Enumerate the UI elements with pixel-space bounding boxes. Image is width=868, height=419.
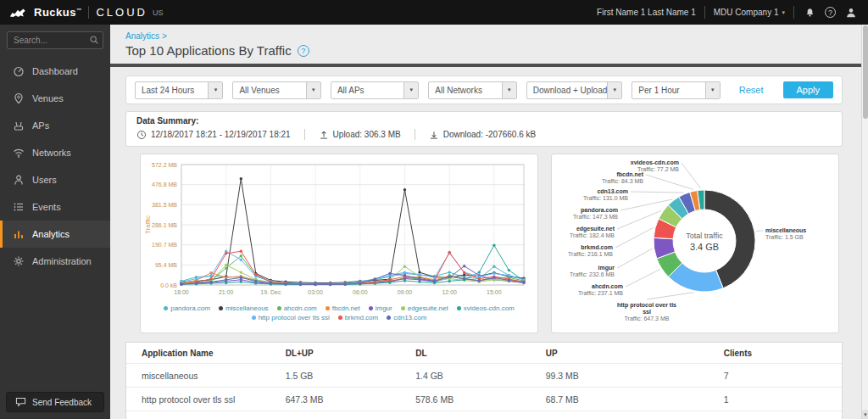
svg-text:15:00: 15:00 — [487, 289, 502, 295]
filter-granularity-value: Per 1 Hour — [632, 86, 679, 95]
chevron-down-icon: ▾ — [705, 82, 720, 98]
svg-text:xvideos-cdn.com: xvideos-cdn.com — [631, 159, 679, 165]
svg-text:286.1 MB: 286.1 MB — [152, 222, 177, 228]
svg-text:381.5 MB: 381.5 MB — [152, 202, 177, 208]
summary-download: Download: -207660.6 kB — [429, 130, 537, 140]
clock-icon — [136, 130, 147, 140]
sidebar-item-dashboard[interactable]: Dashboard — [0, 58, 110, 85]
svg-text:Traffic: Traffic — [144, 215, 152, 234]
breadcrumb-analytics-link[interactable]: Analytics — [125, 31, 159, 41]
filter-venues-value: All Venues — [233, 86, 279, 95]
cell-clients: 7 — [724, 371, 826, 381]
svg-text:21:00: 21:00 — [219, 289, 234, 295]
legend-dot — [277, 306, 281, 310]
applications-table: Application Name DL+UP DL UP Clients mis… — [125, 342, 843, 419]
sidebar-item-label: Networks — [32, 148, 71, 158]
legend-item: pandora.com — [164, 304, 210, 312]
reset-button[interactable]: Reset — [739, 85, 764, 95]
traffic-donut-chart-panel: miscellaneousTraffic: 1.5 GBhttp protoco… — [551, 154, 839, 333]
sidebar-item-label: Events — [32, 202, 61, 212]
sidebar-item-users[interactable]: Users — [0, 166, 110, 193]
filter-granularity-select[interactable]: Per 1 Hour▾ — [632, 81, 720, 99]
sidebar-item-administration[interactable]: Administration — [0, 248, 110, 275]
filter-direction-value: Download + Upload — [527, 86, 608, 95]
send-feedback-label: Send Feedback — [32, 398, 92, 407]
sidebar-item-analytics[interactable]: Analytics — [0, 221, 110, 248]
filter-time-range-select[interactable]: Last 24 Hours▾ — [135, 81, 223, 99]
search-icon — [89, 35, 99, 47]
company-menu[interactable]: MDU Company 1▾ — [714, 8, 785, 17]
traffic-donut-chart: miscellaneousTraffic: 1.5 GBhttp protoco… — [552, 154, 838, 332]
sidebar-item-networks[interactable]: Networks — [0, 139, 110, 166]
filter-networks-value: All Networks — [429, 86, 482, 95]
column-header-application-name: Application Name — [142, 349, 286, 358]
user-name-menu[interactable]: First Name 1 Last Name 1 — [597, 8, 696, 17]
sidebar-item-aps[interactable]: APs — [0, 112, 110, 139]
topbar-separator — [793, 6, 794, 19]
svg-text:476.8 MB: 476.8 MB — [152, 182, 177, 187]
legend-dot — [252, 316, 256, 320]
vertical-scrollbar[interactable]: ▼ — [861, 25, 868, 419]
data-summary-heading: Data Summary: — [136, 116, 832, 126]
speech-bubble-icon — [15, 397, 26, 407]
svg-text:imgur: imgur — [598, 265, 615, 271]
legend-item: imgur — [369, 304, 392, 312]
column-header-dl-up: DL+UP — [286, 349, 416, 358]
line-chart-legend: pandora.commiscellaneousahcdn.comfbcdn.n… — [153, 304, 526, 321]
sidebar-item-label: Administration — [32, 256, 92, 266]
svg-text:3.4 GB: 3.4 GB — [690, 242, 719, 252]
svg-text:18:00: 18:00 — [174, 289, 189, 295]
svg-text:06:00: 06:00 — [353, 289, 368, 295]
sidebar-item-events[interactable]: Events — [0, 193, 110, 221]
cell-up: 68.7 MB — [546, 394, 724, 405]
event-list-icon — [13, 201, 25, 213]
filter-aps-select[interactable]: All APs▾ — [331, 81, 419, 99]
svg-text:Traffic: 1.5 GB: Traffic: 1.5 GB — [765, 234, 804, 240]
legend-item: cdn13.com — [387, 314, 426, 321]
top-bar: Ruckus™ CLOUD US First Name 1 Last Name … — [0, 0, 868, 25]
page-help-icon[interactable]: ? — [298, 45, 309, 57]
svg-text:ssl: ssl — [643, 309, 651, 315]
table-header-row: Application Name DL+UP DL UP Clients — [126, 343, 842, 363]
chevron-down-icon: ▾ — [403, 82, 418, 98]
cell-dl: 1.4 GB — [415, 371, 546, 381]
cell-application-name: miscellaneous — [142, 371, 286, 381]
svg-text:http protocol over tls: http protocol over tls — [617, 302, 676, 309]
column-header-dl: DL — [415, 349, 546, 358]
legend-item: http protocol over tls ssl — [252, 314, 330, 321]
column-header-clients: Clients — [724, 349, 826, 358]
filter-bar: Last 24 Hours▾ All Venues▾ All APs▾ All … — [125, 75, 843, 104]
help-icon[interactable]: ? — [825, 7, 836, 18]
svg-text:Traffic: 237.1 MB: Traffic: 237.1 MB — [578, 290, 623, 296]
legend-dot — [164, 306, 168, 310]
filter-direction-select[interactable]: Download + Upload▾ — [526, 81, 623, 99]
scrollbar-down-arrow[interactable]: ▼ — [862, 410, 868, 419]
legend-label: xvideos-cdn.com — [464, 304, 515, 312]
data-summary-panel: Data Summary: 12/18/2017 18:21 - 12/19/2… — [125, 111, 843, 147]
svg-text:Traffic: 647.3 MB: Traffic: 647.3 MB — [625, 316, 670, 321]
apply-button[interactable]: Apply — [783, 81, 834, 98]
topbar-separator — [88, 6, 89, 19]
filter-networks-select[interactable]: All Networks▾ — [428, 81, 516, 99]
svg-text:ahcdn.com: ahcdn.com — [592, 283, 623, 289]
filter-venues-select[interactable]: All Venues▾ — [232, 81, 320, 99]
map-pin-icon — [13, 92, 25, 104]
person-icon — [13, 174, 25, 186]
legend-dot — [369, 306, 373, 310]
svg-text:cdn13.com: cdn13.com — [597, 188, 628, 194]
svg-text:brkmd.com: brkmd.com — [581, 244, 613, 250]
svg-text:pandora.com: pandora.com — [581, 207, 618, 214]
scrollbar-thumb[interactable] — [863, 25, 868, 119]
send-feedback-button[interactable]: Send Feedback — [6, 392, 104, 412]
legend-item: fbcdn.net — [326, 304, 360, 312]
sidebar-item-venues[interactable]: Venues — [0, 85, 110, 112]
legend-dot — [457, 306, 461, 310]
account-person-icon[interactable] — [844, 6, 858, 20]
page-title: Top 10 Applications By Traffic — [125, 43, 292, 58]
legend-dot — [326, 306, 330, 310]
trademark: ™ — [76, 8, 82, 13]
legend-dot — [338, 316, 342, 320]
notifications-bell-icon[interactable] — [803, 6, 816, 20]
summary-upload-value: Upload: 306.3 MB — [333, 130, 401, 139]
cell-clients: 1 — [724, 394, 826, 405]
